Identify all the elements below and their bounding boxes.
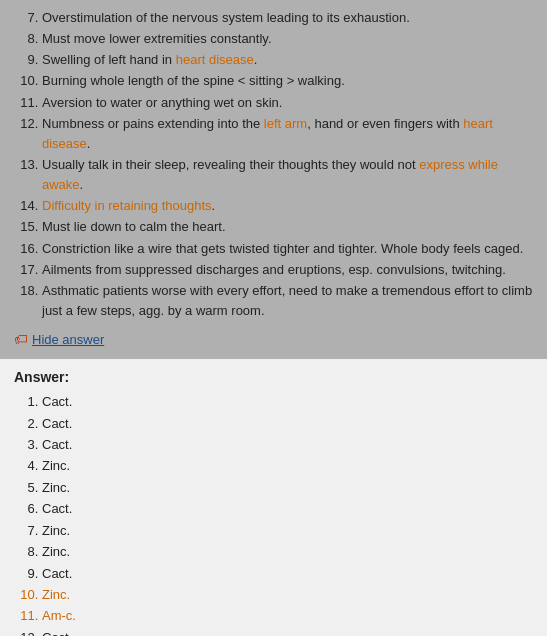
answer-item: Cact.	[42, 498, 533, 519]
tag-icon: 🏷	[14, 331, 28, 347]
list-item: Constriction like a wire that gets twist…	[42, 239, 533, 259]
answer-item: Zinc.	[42, 520, 533, 541]
answer-item: Zinc.	[42, 541, 533, 562]
list-item: Difficulty in retaining thoughts.	[42, 196, 533, 216]
list-item: Aversion to water or anything wet on ski…	[42, 93, 533, 113]
list-item: Overstimulation of the nervous system le…	[42, 8, 533, 28]
list-item: Swelling of left hand in heart disease.	[42, 50, 533, 70]
top-section: Overstimulation of the nervous system le…	[0, 0, 547, 359]
answer-item: Am-c.	[42, 605, 533, 626]
bottom-section: Answer: Cact. Cact. Cact. Zinc. Zinc. Ca…	[0, 359, 547, 636]
answer-list: Cact. Cact. Cact. Zinc. Zinc. Cact. Zinc…	[14, 391, 533, 636]
answer-item: Cact.	[42, 627, 533, 636]
highlight: left arm	[264, 116, 307, 131]
hide-answer-link[interactable]: Hide answer	[32, 332, 104, 347]
list-item: Numbness or pains extending into the lef…	[42, 114, 533, 154]
highlight: Difficulty in retaining thoughts	[42, 198, 212, 213]
symptom-list: Overstimulation of the nervous system le…	[14, 8, 533, 321]
list-item: Asthmatic patients worse with every effo…	[42, 281, 533, 321]
answer-item: Zinc.	[42, 477, 533, 498]
list-item: Must move lower extremities constantly.	[42, 29, 533, 49]
answer-item: Zinc.	[42, 584, 533, 605]
list-item: Usually talk in their sleep, revealing t…	[42, 155, 533, 195]
answer-item: Zinc.	[42, 455, 533, 476]
answer-item: Cact.	[42, 563, 533, 584]
list-item: Ailments from suppressed discharges and …	[42, 260, 533, 280]
answer-item: Cact.	[42, 391, 533, 412]
answer-item: Cact.	[42, 434, 533, 455]
answer-label: Answer:	[14, 369, 533, 385]
answer-item: Cact.	[42, 413, 533, 434]
highlight: express while awake	[42, 157, 498, 192]
list-item: Burning whole length of the spine < sitt…	[42, 71, 533, 91]
hide-answer-row: 🏷 Hide answer	[14, 331, 533, 347]
highlight: heart disease	[176, 52, 254, 67]
list-item: Must lie down to calm the heart.	[42, 217, 533, 237]
